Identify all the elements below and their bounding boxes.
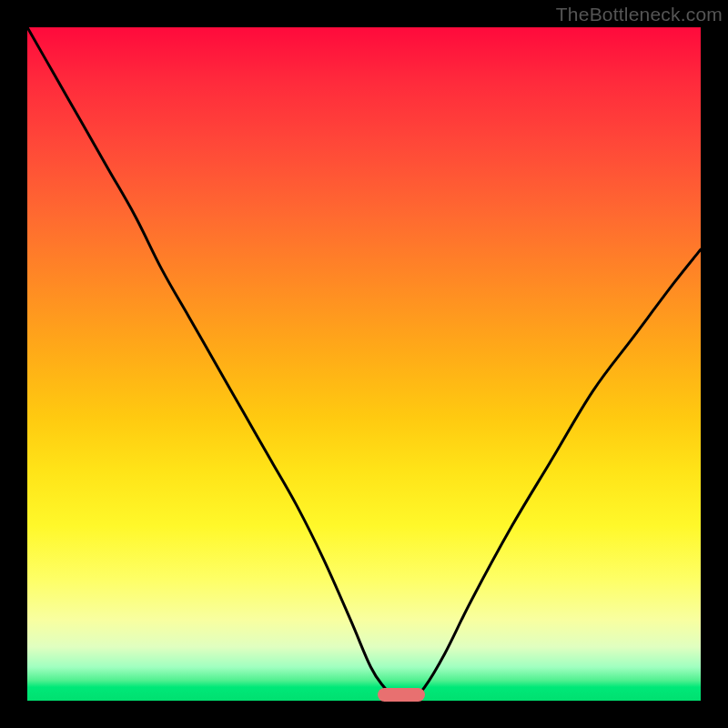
watermark-text: TheBottleneck.com: [556, 4, 723, 25]
bottleneck-curve: [27, 27, 701, 701]
plot-area: [27, 27, 701, 701]
optimal-marker: [378, 688, 425, 702]
chart-container: TheBottleneck.com: [0, 0, 728, 728]
